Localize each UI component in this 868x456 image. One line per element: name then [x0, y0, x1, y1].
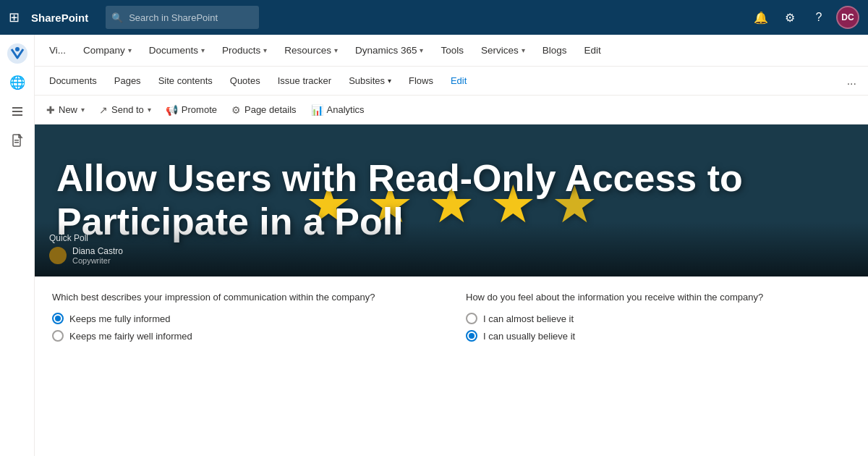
chevron-icon: ▾ [522, 46, 525, 54]
pagenav-item-sitecontents[interactable]: Site contents [150, 67, 221, 96]
main-area: Vi... Company ▾ Documents ▾ Products ▾ R… [35, 35, 868, 456]
pagenav-item-issuetracker[interactable]: Issue tracker [269, 67, 340, 96]
pagenav-item-quotes[interactable]: Quotes [221, 67, 269, 96]
pagenav-item-pages[interactable]: Pages [106, 67, 150, 96]
chevron-icon: ▾ [420, 46, 423, 54]
chevron-icon: ▾ [201, 46, 205, 54]
pagenav-label-documents: Documents [49, 75, 97, 86]
search-input[interactable] [106, 6, 259, 29]
pagenav-label-quotes: Quotes [230, 75, 260, 86]
app-logo[interactable]: SharePoint [31, 12, 88, 24]
sitenav-item-vi[interactable]: Vi... [41, 35, 75, 67]
pagenav-item-documents[interactable]: Documents [41, 67, 106, 96]
chevron-icon: ▾ [81, 106, 85, 114]
content-area: Which best describes your impression of … [35, 276, 868, 356]
chevron-icon: ▾ [388, 77, 391, 85]
sitenav-item-company[interactable]: Company ▾ [75, 35, 140, 67]
waffle-icon[interactable]: ⊞ [9, 9, 20, 25]
top-bar-icons: 🔔 ⚙ ? DC [749, 6, 859, 29]
notifications-icon[interactable]: 🔔 [749, 6, 773, 29]
left-poll-options: Keeps me fully informed Keeps me fairly … [52, 313, 437, 342]
sendto-button[interactable]: ↗ Send to ▾ [93, 98, 157, 122]
right-poll: How do you feel about the information yo… [466, 291, 851, 342]
author-role: Copywriter [72, 256, 123, 265]
right-option-2[interactable]: I can usually believe it [466, 330, 851, 342]
svg-rect-3 [12, 111, 22, 112]
sitenav-item-tools[interactable]: Tools [432, 35, 472, 67]
chevron-icon: ▾ [128, 46, 132, 54]
right-option-1[interactable]: I can almost believe it [466, 313, 851, 324]
sitenav-label-dynamics365: Dynamics 365 [355, 45, 417, 56]
left-option-1[interactable]: Keeps me fully informed [52, 313, 437, 324]
radio-selected-icon[interactable] [466, 330, 477, 342]
analytics-label: Analytics [327, 104, 365, 115]
document-icon[interactable] [4, 127, 30, 153]
new-button[interactable]: ✚ New ▾ [41, 98, 90, 122]
hero-author: Diana Castro Copywriter [49, 246, 854, 265]
search-wrap: 🔍 [106, 6, 422, 29]
sitenav-label-blogs: Blogs [542, 45, 567, 56]
pagenav-item-subsites[interactable]: Subsites ▾ [340, 67, 400, 96]
radio-empty-icon[interactable] [466, 313, 477, 324]
pagedetails-button[interactable]: ⚙ Page details [226, 98, 302, 122]
sitenav-item-services[interactable]: Services ▾ [472, 35, 534, 67]
pagenav-item-flows[interactable]: Flows [400, 67, 442, 96]
promote-icon: 📢 [166, 104, 178, 116]
sendto-icon: ↗ [99, 104, 108, 116]
sitenav-item-dynamics365[interactable]: Dynamics 365 ▾ [346, 35, 433, 67]
right-poll-question: How do you feel about the information yo… [466, 291, 851, 304]
left-option-2-label: Keeps me fairly well informed [69, 331, 192, 342]
sitenav-item-edit[interactable]: Edit [576, 35, 610, 67]
site-nav: Vi... Company ▾ Documents ▾ Products ▾ R… [35, 35, 868, 67]
radio-empty-icon[interactable] [52, 330, 64, 342]
svg-rect-4 [12, 114, 22, 116]
page-nav-more[interactable]: ... [841, 75, 862, 88]
sitenav-item-blogs[interactable]: Blogs [534, 35, 576, 67]
author-info: Diana Castro Copywriter [72, 246, 123, 265]
sitenav-label-services: Services [481, 45, 519, 56]
globe-icon[interactable]: 🌐 [4, 69, 30, 96]
right-poll-options: I can almost believe it I can usually be… [466, 313, 851, 342]
radio-selected-icon[interactable] [52, 313, 64, 324]
hero-overlay: Quick Poll Diana Castro Copywriter [35, 221, 868, 276]
analytics-button[interactable]: 📊 Analytics [305, 98, 370, 122]
right-option-1-label: I can almost believe it [483, 313, 574, 324]
hero-subtitle: Quick Poll [49, 233, 854, 243]
sitenav-label-products: Products [222, 45, 260, 56]
pagenav-label-issuetracker: Issue tracker [278, 75, 331, 86]
pagenav-label-edit: Edit [451, 75, 467, 86]
pagenav-label-pages: Pages [114, 75, 141, 86]
right-option-2-label: I can usually believe it [483, 331, 575, 342]
analytics-icon: 📊 [311, 104, 323, 116]
svg-point-0 [7, 43, 27, 64]
vitextra-logo[interactable] [4, 41, 30, 67]
sitenav-item-products[interactable]: Products ▾ [213, 35, 276, 67]
pagenav-label-flows: Flows [409, 75, 433, 86]
hero-section: ★ ★ ★ ★ ★ Allow Users with Read-Only Acc… [35, 124, 868, 276]
promote-button[interactable]: 📢 Promote [160, 98, 223, 122]
pagenav-label-subsites: Subsites [349, 75, 385, 86]
svg-rect-2 [12, 107, 22, 109]
list-icon[interactable] [4, 98, 30, 124]
settings-icon[interactable]: ⚙ [778, 6, 801, 29]
sitenav-label-company: Company [83, 45, 125, 56]
left-poll-question: Which best describes your impression of … [52, 291, 437, 304]
sitenav-label-edit: Edit [584, 45, 601, 56]
pagenav-item-edit[interactable]: Edit [442, 67, 475, 96]
left-poll: Which best describes your impression of … [52, 291, 437, 342]
promote-label: Promote [182, 104, 217, 115]
top-bar: ⊞ SharePoint 🔍 🔔 ⚙ ? DC [0, 0, 868, 35]
pagedetails-icon: ⚙ [231, 104, 241, 116]
pagenav-label-sitecontents: Site contents [158, 75, 213, 86]
pagedetails-label: Page details [244, 104, 297, 115]
sitenav-item-resources[interactable]: Resources ▾ [276, 35, 346, 67]
sitenav-item-documents[interactable]: Documents ▾ [140, 35, 213, 67]
svg-rect-6 [14, 140, 19, 141]
author-avatar [49, 247, 67, 264]
left-option-2[interactable]: Keeps me fairly well informed [52, 330, 437, 342]
user-avatar[interactable]: DC [836, 6, 859, 29]
toolbar: ✚ New ▾ ↗ Send to ▾ 📢 Promote ⚙ Page det… [35, 96, 868, 124]
help-icon[interactable]: ? [807, 6, 830, 29]
chevron-icon: ▾ [263, 46, 267, 54]
sitenav-label-documents: Documents [149, 45, 198, 56]
